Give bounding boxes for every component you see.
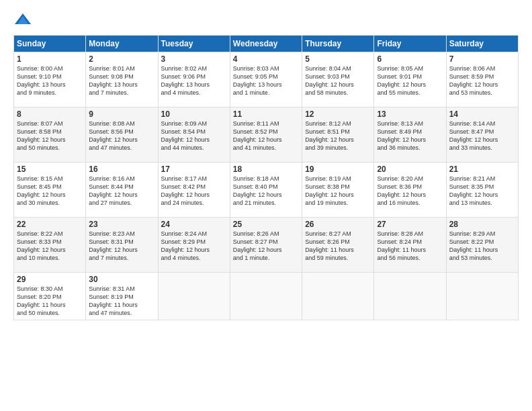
day-number: 1 xyxy=(17,54,83,64)
day-info: Sunrise: 8:26 AM Sunset: 8:27 PM Dayligh… xyxy=(233,230,299,263)
day-number: 14 xyxy=(449,109,515,119)
day-info: Sunrise: 8:17 AM Sunset: 8:42 PM Dayligh… xyxy=(161,175,227,208)
day-cell: 24Sunrise: 8:24 AM Sunset: 8:29 PM Dayli… xyxy=(158,218,230,273)
day-number: 4 xyxy=(233,54,299,64)
day-cell: 21Sunrise: 8:21 AM Sunset: 8:35 PM Dayli… xyxy=(446,163,518,218)
day-info: Sunrise: 8:11 AM Sunset: 8:52 PM Dayligh… xyxy=(233,120,299,152)
day-info: Sunrise: 8:20 AM Sunset: 8:36 PM Dayligh… xyxy=(377,175,443,208)
day-number: 7 xyxy=(449,54,515,64)
week-row-5: 29Sunrise: 8:30 AM Sunset: 8:20 PM Dayli… xyxy=(14,273,519,320)
day-cell: 10Sunrise: 8:09 AM Sunset: 8:54 PM Dayli… xyxy=(158,107,230,163)
day-number: 6 xyxy=(377,54,443,64)
day-number: 2 xyxy=(89,54,154,64)
day-cell: 28Sunrise: 8:29 AM Sunset: 8:22 PM Dayli… xyxy=(446,218,518,273)
day-info: Sunrise: 8:19 AM Sunset: 8:38 PM Dayligh… xyxy=(305,175,371,208)
day-info: Sunrise: 8:31 AM Sunset: 8:19 PM Dayligh… xyxy=(89,285,154,318)
day-number: 27 xyxy=(377,220,443,229)
day-info: Sunrise: 8:09 AM Sunset: 8:54 PM Dayligh… xyxy=(161,120,227,152)
day-number: 10 xyxy=(161,109,227,119)
day-number: 22 xyxy=(17,220,83,229)
day-number: 21 xyxy=(449,165,515,174)
day-cell xyxy=(446,273,518,320)
day-cell: 18Sunrise: 8:18 AM Sunset: 8:40 PM Dayli… xyxy=(230,163,302,218)
day-cell: 29Sunrise: 8:30 AM Sunset: 8:20 PM Dayli… xyxy=(14,273,86,320)
day-cell: 13Sunrise: 8:13 AM Sunset: 8:49 PM Dayli… xyxy=(374,107,446,163)
day-number: 9 xyxy=(89,109,154,119)
week-row-4: 22Sunrise: 8:22 AM Sunset: 8:33 PM Dayli… xyxy=(14,218,519,273)
day-cell: 2Sunrise: 8:01 AM Sunset: 9:08 PM Daylig… xyxy=(86,52,158,107)
logo xyxy=(13,11,35,30)
col-header-monday: Monday xyxy=(86,36,158,52)
col-header-wednesday: Wednesday xyxy=(230,36,302,52)
day-info: Sunrise: 8:16 AM Sunset: 8:44 PM Dayligh… xyxy=(89,175,154,208)
day-cell: 23Sunrise: 8:23 AM Sunset: 8:31 PM Dayli… xyxy=(86,218,158,273)
day-info: Sunrise: 8:13 AM Sunset: 8:49 PM Dayligh… xyxy=(377,120,443,152)
day-info: Sunrise: 8:27 AM Sunset: 8:26 PM Dayligh… xyxy=(305,230,371,263)
day-cell: 27Sunrise: 8:28 AM Sunset: 8:24 PM Dayli… xyxy=(374,218,446,273)
day-number: 11 xyxy=(233,109,299,119)
col-header-saturday: Saturday xyxy=(446,36,518,52)
day-cell: 5Sunrise: 8:04 AM Sunset: 9:03 PM Daylig… xyxy=(302,52,374,107)
day-info: Sunrise: 8:15 AM Sunset: 8:45 PM Dayligh… xyxy=(17,175,83,208)
day-cell: 22Sunrise: 8:22 AM Sunset: 8:33 PM Dayli… xyxy=(14,218,86,273)
day-cell: 25Sunrise: 8:26 AM Sunset: 8:27 PM Dayli… xyxy=(230,218,302,273)
day-number: 5 xyxy=(305,54,371,64)
day-cell: 8Sunrise: 8:07 AM Sunset: 8:58 PM Daylig… xyxy=(14,107,86,163)
day-number: 19 xyxy=(305,165,371,174)
day-info: Sunrise: 8:01 AM Sunset: 9:08 PM Dayligh… xyxy=(89,64,154,97)
day-info: Sunrise: 8:21 AM Sunset: 8:35 PM Dayligh… xyxy=(449,175,515,208)
week-row-3: 15Sunrise: 8:15 AM Sunset: 8:45 PM Dayli… xyxy=(14,163,519,218)
day-cell: 11Sunrise: 8:11 AM Sunset: 8:52 PM Dayli… xyxy=(230,107,302,163)
day-number: 23 xyxy=(89,220,154,229)
day-cell: 6Sunrise: 8:05 AM Sunset: 9:01 PM Daylig… xyxy=(374,52,446,107)
day-number: 18 xyxy=(233,165,299,174)
col-header-sunday: Sunday xyxy=(14,36,86,52)
day-cell: 3Sunrise: 8:02 AM Sunset: 9:06 PM Daylig… xyxy=(158,52,230,107)
day-number: 24 xyxy=(161,220,227,229)
day-info: Sunrise: 8:03 AM Sunset: 9:05 PM Dayligh… xyxy=(233,64,299,97)
day-number: 12 xyxy=(305,109,371,119)
col-header-thursday: Thursday xyxy=(302,36,374,52)
day-number: 29 xyxy=(17,275,83,284)
day-number: 3 xyxy=(161,54,227,64)
day-cell: 4Sunrise: 8:03 AM Sunset: 9:05 PM Daylig… xyxy=(230,52,302,107)
day-info: Sunrise: 8:18 AM Sunset: 8:40 PM Dayligh… xyxy=(233,175,299,208)
day-info: Sunrise: 8:08 AM Sunset: 8:56 PM Dayligh… xyxy=(89,120,154,152)
day-cell: 17Sunrise: 8:17 AM Sunset: 8:42 PM Dayli… xyxy=(158,163,230,218)
week-row-2: 8Sunrise: 8:07 AM Sunset: 8:58 PM Daylig… xyxy=(14,107,519,163)
day-cell: 9Sunrise: 8:08 AM Sunset: 8:56 PM Daylig… xyxy=(86,107,158,163)
day-cell: 19Sunrise: 8:19 AM Sunset: 8:38 PM Dayli… xyxy=(302,163,374,218)
day-info: Sunrise: 8:06 AM Sunset: 8:59 PM Dayligh… xyxy=(449,64,515,97)
day-number: 15 xyxy=(17,165,83,174)
day-cell xyxy=(158,273,230,320)
day-cell xyxy=(302,273,374,320)
page: SundayMondayTuesdayWednesdayThursdayFrid… xyxy=(0,0,532,411)
day-info: Sunrise: 8:22 AM Sunset: 8:33 PM Dayligh… xyxy=(17,230,83,263)
day-info: Sunrise: 8:00 AM Sunset: 9:10 PM Dayligh… xyxy=(17,64,83,97)
day-info: Sunrise: 8:07 AM Sunset: 8:58 PM Dayligh… xyxy=(17,120,83,152)
day-cell: 15Sunrise: 8:15 AM Sunset: 8:45 PM Dayli… xyxy=(14,163,86,218)
day-cell xyxy=(230,273,302,320)
day-number: 26 xyxy=(305,220,371,229)
day-cell: 30Sunrise: 8:31 AM Sunset: 8:19 PM Dayli… xyxy=(86,273,158,320)
header xyxy=(13,11,519,30)
day-cell: 14Sunrise: 8:14 AM Sunset: 8:47 PM Dayli… xyxy=(446,107,518,163)
day-info: Sunrise: 8:05 AM Sunset: 9:01 PM Dayligh… xyxy=(377,64,443,97)
day-cell xyxy=(374,273,446,320)
col-header-friday: Friday xyxy=(374,36,446,52)
day-cell: 16Sunrise: 8:16 AM Sunset: 8:44 PM Dayli… xyxy=(86,163,158,218)
day-cell: 26Sunrise: 8:27 AM Sunset: 8:26 PM Dayli… xyxy=(302,218,374,273)
day-info: Sunrise: 8:23 AM Sunset: 8:31 PM Dayligh… xyxy=(89,230,154,263)
day-cell: 7Sunrise: 8:06 AM Sunset: 8:59 PM Daylig… xyxy=(446,52,518,107)
day-info: Sunrise: 8:04 AM Sunset: 9:03 PM Dayligh… xyxy=(305,64,371,97)
day-cell: 12Sunrise: 8:12 AM Sunset: 8:51 PM Dayli… xyxy=(302,107,374,163)
day-info: Sunrise: 8:30 AM Sunset: 8:20 PM Dayligh… xyxy=(17,285,83,318)
day-number: 8 xyxy=(17,109,83,119)
day-info: Sunrise: 8:12 AM Sunset: 8:51 PM Dayligh… xyxy=(305,120,371,152)
logo-icon xyxy=(13,11,32,30)
col-header-tuesday: Tuesday xyxy=(158,36,230,52)
day-cell: 20Sunrise: 8:20 AM Sunset: 8:36 PM Dayli… xyxy=(374,163,446,218)
day-info: Sunrise: 8:28 AM Sunset: 8:24 PM Dayligh… xyxy=(377,230,443,263)
day-cell: 1Sunrise: 8:00 AM Sunset: 9:10 PM Daylig… xyxy=(14,52,86,107)
day-number: 28 xyxy=(449,220,515,229)
